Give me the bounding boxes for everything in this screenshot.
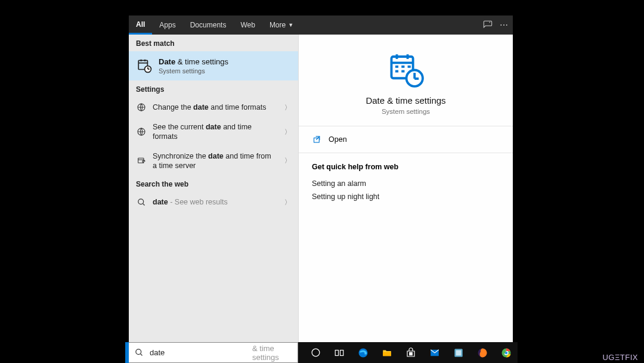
settings-item-change-formats[interactable]: Change the date and time formats 〉: [129, 97, 298, 117]
chevron-right-icon: 〉: [284, 128, 291, 136]
open-icon: [312, 135, 321, 144]
watermark: UGΞTFIX: [602, 353, 638, 362]
panel-body: Best match Date & time settings System s…: [129, 35, 513, 342]
best-match-title: Date & time settings: [159, 57, 228, 66]
store-icon[interactable]: [401, 342, 421, 363]
svg-point-11: [138, 198, 143, 204]
preview-header: Date & time settings System settings: [299, 35, 513, 126]
tab-all[interactable]: All: [129, 15, 152, 35]
file-explorer-icon[interactable]: [377, 342, 397, 363]
tab-more-label: More: [270, 21, 286, 29]
search-icon: [135, 348, 144, 358]
svg-rect-32: [383, 352, 391, 356]
svg-point-26: [136, 349, 141, 355]
quick-help-heading: Get quick help from web: [312, 163, 500, 171]
chrome-icon[interactable]: [496, 342, 516, 363]
chevron-right-icon: 〉: [284, 156, 291, 165]
taskbar-search-box[interactable]: & time settings: [129, 342, 298, 363]
cortana-icon[interactable]: [305, 342, 326, 363]
svg-line-27: [140, 353, 142, 355]
taskbar: & time settings: [125, 342, 518, 363]
more-options-icon[interactable]: ⋯: [500, 20, 508, 30]
search-filter-tabs: All Apps Documents Web More ▼ ⋯: [129, 15, 513, 35]
web-result-item[interactable]: date - See web results 〉: [129, 192, 298, 212]
svg-rect-33: [410, 352, 413, 355]
section-best-match: Best match: [129, 35, 298, 51]
feedback-icon[interactable]: [483, 20, 493, 30]
tab-documents[interactable]: Documents: [183, 15, 234, 35]
preview-title: Date & time settings: [311, 95, 501, 106]
settings-item-label: Change the date and time formats: [153, 103, 278, 112]
help-link-night-light[interactable]: Setting up night light: [312, 190, 500, 203]
svg-point-28: [312, 349, 320, 356]
chevron-right-icon: 〉: [284, 198, 291, 207]
calendar-clock-icon: [136, 57, 153, 74]
chevron-right-icon: 〉: [284, 103, 291, 112]
chevron-down-icon: ▼: [288, 22, 293, 28]
settings-item-sync-time[interactable]: Synchronize the date and time from a tim…: [129, 147, 298, 176]
open-label: Open: [329, 135, 347, 144]
web-result-label: date - See web results: [153, 197, 278, 207]
tab-web[interactable]: Web: [233, 15, 262, 35]
sync-icon: [136, 156, 147, 166]
tab-more[interactable]: More ▼: [262, 15, 301, 35]
calendar-clock-icon: [311, 51, 501, 88]
quick-help-section: Get quick help from web Setting an alarm…: [299, 153, 513, 209]
search-panel: All Apps Documents Web More ▼ ⋯ Best mat…: [129, 15, 513, 342]
settings-item-see-formats[interactable]: See the current date and time formats 〉: [129, 117, 298, 147]
svg-rect-30: [340, 350, 343, 355]
preview-pane: Date & time settings System settings Ope…: [299, 35, 513, 342]
taskbar-pinned-apps: [298, 342, 518, 363]
preview-subtitle: System settings: [311, 108, 501, 115]
best-match-subtitle: System settings: [159, 67, 228, 75]
best-match-item[interactable]: Date & time settings System settings: [129, 51, 298, 80]
search-input[interactable]: [150, 348, 250, 357]
edge-icon[interactable]: [353, 342, 373, 363]
results-list: Best match Date & time settings System s…: [129, 35, 299, 342]
search-icon: [136, 197, 147, 207]
svg-line-12: [143, 203, 144, 205]
section-settings: Settings: [129, 80, 298, 97]
help-link-alarm[interactable]: Setting an alarm: [312, 177, 500, 190]
svg-rect-36: [456, 350, 462, 355]
globe-icon: [136, 102, 147, 113]
globe-icon: [136, 126, 147, 137]
open-action[interactable]: Open: [299, 126, 513, 153]
settings-item-label: See the current date and time formats: [153, 122, 278, 142]
svg-rect-29: [335, 350, 338, 355]
svg-rect-25: [314, 138, 319, 142]
section-search-web: Search the web: [129, 175, 298, 192]
task-view-icon[interactable]: [329, 342, 349, 363]
search-ghost-text: & time settings: [252, 344, 292, 362]
app-icon-generic[interactable]: [448, 342, 469, 363]
tab-apps[interactable]: Apps: [152, 15, 182, 35]
settings-item-label: Synchronize the date and time from a tim…: [153, 151, 278, 171]
firefox-icon[interactable]: [472, 342, 493, 363]
mail-icon[interactable]: [425, 342, 445, 363]
